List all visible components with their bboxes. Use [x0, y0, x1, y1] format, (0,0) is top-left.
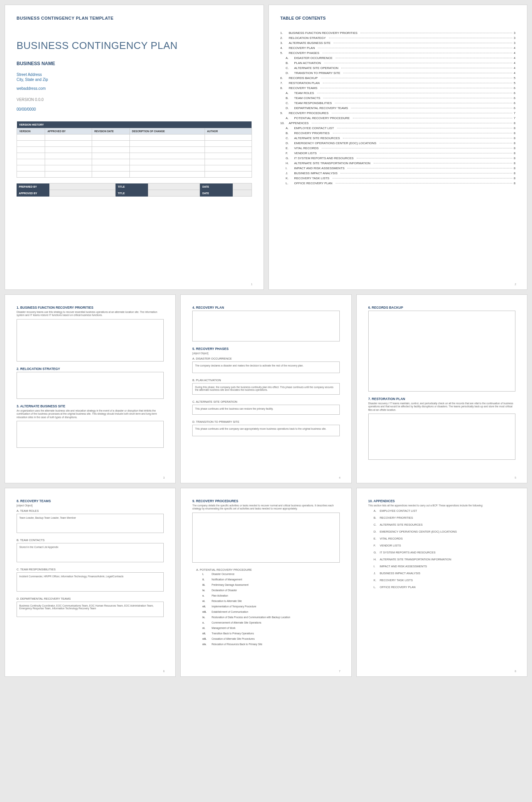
- s4-box: [192, 311, 339, 341]
- s7-box: [368, 414, 515, 460]
- col-desc: DESCRIPTION OF CHANGE: [129, 128, 205, 135]
- version-history-table: VERSION HISTORY VERSION APPROVED BY REVI…: [17, 121, 252, 178]
- s5c-box: This phase continues until the business …: [192, 405, 339, 415]
- procedure-step: iii.Preliminary Damage Assessment: [202, 583, 339, 586]
- s1-heading: 1. BUSINESS FUNCTION RECOVERY PRIORITIES: [17, 306, 164, 309]
- top-row: BUSINESS CONTINGENCY PLAN TEMPLATE BUSIN…: [5, 5, 527, 290]
- s7-desc: Disaster recovery / IT teams maintain, c…: [368, 402, 515, 412]
- procedure-step: xii.Transition Back to Primary Operation…: [202, 632, 339, 635]
- address-line1: Street Address: [17, 72, 252, 77]
- procedure-list: i.Disaster Occurrenceii.Notification of …: [192, 573, 339, 646]
- toc-title: TABLE OF CONTENTS: [280, 16, 516, 20]
- s9-heading: 9. RECOVERY PROCEDURES: [192, 499, 339, 503]
- s5-heading: 5. RECOVERY PHASES: [192, 347, 339, 351]
- toc-entry: I.IMPACT AND RISK ASSESSMENTS8: [280, 166, 516, 170]
- procedure-step: iv.Declaration of Disaster: [202, 589, 339, 592]
- s9-box: [192, 513, 339, 563]
- mid-row: 1. BUSINESS FUNCTION RECOVERY PRIORITIES…: [5, 294, 527, 483]
- page-3: 1. BUSINESS FUNCTION RECOVERY PRIORITIES…: [5, 294, 176, 483]
- toc-entry: 4.RECOVERY PLAN4: [280, 46, 516, 50]
- signature-table: PREPARED BY TITLE DATE APPROVED BY TITLE…: [17, 183, 252, 197]
- procedure-step: xi.Management of Work: [202, 627, 339, 629]
- page-number: 6: [163, 670, 164, 673]
- procedure-step: ix.Restoration of Data Process and Commu…: [202, 616, 339, 619]
- appendix-item: C.ALTERNATE SITE RESOURCES: [374, 523, 515, 526]
- vh-row: [17, 147, 252, 153]
- toc-entry: D.EMERGENCY OPERATIONS CENTER (EOC) LOCA…: [280, 141, 516, 145]
- s9-desc: The company details the specific activit…: [192, 504, 339, 511]
- s6-heading: 6. RECORDS BACKUP: [368, 306, 515, 309]
- s4-heading: 4. RECOVERY PLAN: [192, 306, 339, 309]
- s1-box: [17, 319, 164, 361]
- toc-entry: L.OFFICE RECOVERY PLAN8: [280, 182, 516, 185]
- toc-entry: A.EMPLOYEE CONTACT LIST8: [280, 126, 516, 130]
- toc-entry: 1.BUSINESS FUNCTION RECOVERY PRIORITIES3: [280, 31, 516, 35]
- appendix-item: B.RECOVERY PRIORITIES: [374, 516, 515, 520]
- toc-entry: 2.RELOCATION STRATEGY3: [280, 36, 516, 40]
- page-5: 6. RECORDS BACKUP 7. RESTORATION PLAN Di…: [356, 294, 527, 483]
- procedure-step: x.Commencement of Alternate Site Operati…: [202, 621, 339, 624]
- procedure-step: i.Disaster Occurrence: [202, 573, 339, 575]
- toc-entry: B.PLAN ACTIVATION4: [280, 61, 516, 65]
- s5b-box: During this phase, the company puts the …: [192, 383, 339, 395]
- page-number: 5: [515, 476, 516, 479]
- toc-entry: A.TEAM ROLES6: [280, 91, 516, 95]
- appendix-item: A.EMPLOYEE CONTACT LIST: [374, 509, 515, 513]
- toc-entry: H.ALTERNATE SITE TRANSPORTATION INFORMAT…: [280, 161, 516, 165]
- s8b-box: Stored in the Contact List Appendix: [17, 543, 164, 562]
- page-number: 1: [251, 283, 253, 286]
- date-label: 00/00/0000: [17, 107, 252, 111]
- s8d-heading: D. DEPARTMENTAL RECOVERY TEAMS: [17, 597, 164, 600]
- procedure-step: ii.Notification of Management: [202, 578, 339, 581]
- s5c-heading: C. ALTERNATE SITE OPERATION: [192, 400, 339, 404]
- appendix-item: H.ALTERNATE SITE TRANSPORTATION INFORMAT…: [374, 558, 515, 561]
- toc-entry: 9.RECOVERY PROCEDURES7: [280, 111, 516, 115]
- page-4: 4. RECOVERY PLAN 5. RECOVERY PHASES [obj…: [180, 294, 351, 483]
- title-label: TITLE: [115, 183, 148, 190]
- s5d-heading: D. TRANSITION TO PRIMARY SITE: [192, 420, 339, 424]
- s8-desc: [object Object]: [17, 504, 164, 507]
- toc-entry: 7.RESTORATION PLAN5: [280, 81, 516, 85]
- vh-row: [17, 159, 252, 165]
- toc-entry: 3.ALTERNATE BUSINESS SITE3: [280, 41, 516, 45]
- page-number: 7: [339, 670, 341, 673]
- appendix-list: A.EMPLOYEE CONTACT LISTB.RECOVERY PRIORI…: [368, 509, 515, 589]
- s5-desc: [object Object]: [192, 352, 339, 355]
- appendix-item: F.VENDOR LISTS: [374, 544, 515, 547]
- date-label-sig2: DATE: [200, 190, 233, 197]
- toc-entry: D.TRANSITION TO PRIMARY SITE4: [280, 71, 516, 75]
- page-number: 8: [515, 670, 516, 673]
- bot-row: 8. RECOVERY TEAMS [object Object] A. TEA…: [5, 488, 527, 677]
- toc-entry: 10.APPENDICES8: [280, 121, 516, 125]
- s1-desc: Disaster recovery teams use this strateg…: [17, 311, 164, 317]
- procedure-step: vii.Implementation of Temporary Procedur…: [202, 605, 339, 608]
- procedure-step: v.Plan Activation: [202, 594, 339, 597]
- toc-entry: G.IT SYSTEM REPORTS AND RESOURCES8: [280, 156, 516, 160]
- col-revdate: REVISION DATE: [92, 128, 130, 135]
- s5a-box: The company declares a disaster and make…: [192, 361, 339, 373]
- s3-box: [17, 421, 164, 448]
- toc-entry: D.DEPARTMENTAL RECOVERY TEAMS6: [280, 106, 516, 110]
- s8c-box: Incident Commander, HR/PR Officer, Infor…: [17, 572, 164, 592]
- s8d-box: Business Continuity Coordinator, EOC Com…: [17, 602, 164, 617]
- prepared-label: PREPARED BY: [17, 183, 49, 190]
- appendix-item: E.VITAL RECORDS: [374, 537, 515, 540]
- vh-row: [17, 141, 252, 147]
- toc-entry: A.POTENTIAL RECOVERY PROCEDURE7: [280, 116, 516, 120]
- s2-box: [17, 372, 164, 399]
- toc-entry: 8.RECOVERY TEAMS6: [280, 86, 516, 90]
- s8-heading: 8. RECOVERY TEAMS: [17, 499, 164, 503]
- page-7: 9. RECOVERY PROCEDURES The company detai…: [180, 488, 351, 677]
- vh-header: VERSION HISTORY: [17, 121, 252, 128]
- s8a-box: Team Leader, Backup Team Leader, Team Me…: [17, 514, 164, 533]
- s10-desc: This section lists all the appendices ne…: [368, 504, 515, 507]
- toc-entry: C.ALTERNATE SITE RESOURCES8: [280, 136, 516, 140]
- s2-heading: 2. RELOCATION STRATEGY: [17, 367, 164, 371]
- vh-row: [17, 135, 252, 141]
- procedure-step: vi.Relocation to Alternate Site: [202, 600, 339, 602]
- s3-heading: 3. ALTERNATE BUSINESS SITE: [17, 404, 164, 408]
- vh-row: [17, 153, 252, 159]
- s5b-heading: B. PLAN ACTIVATION: [192, 378, 339, 382]
- approved-label: APPROVED BY: [17, 190, 49, 197]
- s5a-heading: A. DISASTER OCCURRENCE: [192, 357, 339, 360]
